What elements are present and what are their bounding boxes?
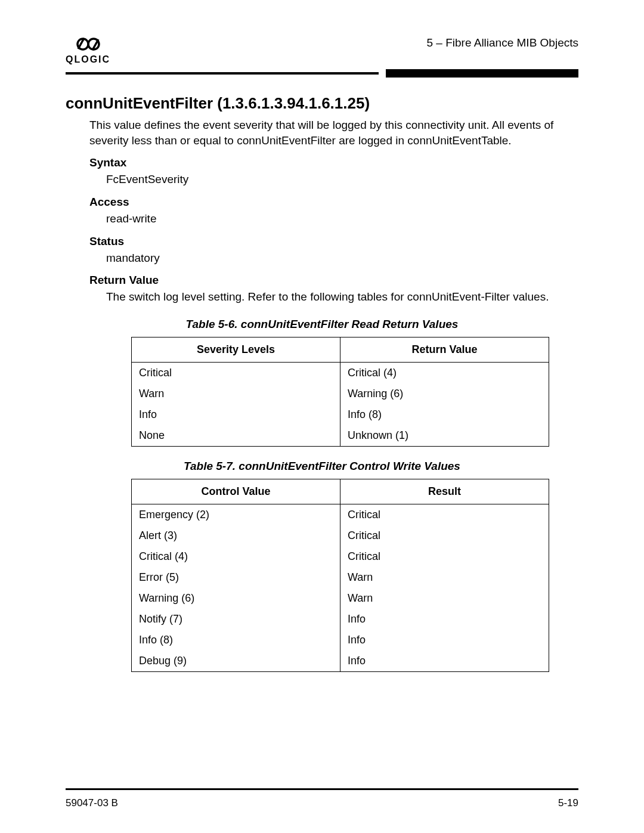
footer-rule	[66, 788, 578, 790]
field-label: Syntax	[89, 156, 578, 169]
field-access: Access read-write	[66, 196, 578, 227]
field-return-value: Return Value The switch log level settin…	[66, 274, 578, 305]
table-control-write-values: Control Value Result Emergency (2)Critic…	[131, 479, 549, 672]
table-row: Alert (3)Critical	[132, 525, 549, 546]
field-status: Status mandatory	[66, 235, 578, 266]
table-header: Control Value	[132, 479, 340, 504]
table-caption: Table 5-7. connUnitEventFilter Control W…	[66, 460, 578, 473]
table-caption: Table 5-6. connUnitEventFilter Read Retu…	[66, 318, 578, 331]
table-row: CriticalCritical (4)	[132, 362, 549, 383]
header-context: 5 – Fibre Alliance MIB Objects	[427, 33, 579, 49]
table-row: Notify (7)Info	[132, 609, 549, 630]
table-header: Return Value	[340, 337, 549, 362]
logo: QLOGIC	[66, 33, 110, 65]
field-value: FcEventSeverity	[106, 172, 578, 187]
table-row: Critical (4)Critical	[132, 546, 549, 567]
header-rule	[66, 72, 578, 78]
main-content: connUnitEventFilter (1.3.6.1.3.94.1.6.1.…	[66, 78, 578, 672]
field-label: Status	[89, 235, 578, 248]
field-value: mandatory	[106, 250, 578, 266]
table-row: Debug (9)Info	[132, 651, 549, 672]
logo-text: QLOGIC	[66, 54, 110, 65]
field-value: read-write	[106, 211, 578, 227]
section-description: This value defines the event severity th…	[89, 117, 572, 148]
table-row: Error (5)Warn	[132, 567, 549, 588]
table-row: Info (8)Info	[132, 630, 549, 651]
table-row: NoneUnknown (1)	[132, 425, 549, 447]
table-row: WarnWarning (6)	[132, 383, 549, 404]
qlogic-logo-icon	[76, 36, 101, 55]
field-value: The switch log level setting. Refer to t…	[106, 289, 578, 305]
page-header: QLOGIC 5 – Fibre Alliance MIB Objects	[66, 33, 578, 70]
field-label: Access	[89, 196, 578, 209]
table-read-return-values: Severity Levels Return Value CriticalCri…	[131, 337, 549, 447]
table-header: Severity Levels	[132, 337, 340, 362]
doc-id: 59047-03 B	[66, 797, 118, 809]
field-label: Return Value	[89, 274, 578, 287]
table-row: InfoInfo (8)	[132, 404, 549, 425]
page-number: 5-19	[558, 797, 578, 809]
section-heading: connUnitEventFilter (1.3.6.1.3.94.1.6.1.…	[66, 94, 578, 113]
table-row: Emergency (2)Critical	[132, 504, 549, 525]
table-header: Result	[340, 479, 549, 504]
field-syntax: Syntax FcEventSeverity	[66, 156, 578, 187]
page-footer: 59047-03 B 5-19	[66, 788, 578, 809]
table-row: Warning (6)Warn	[132, 588, 549, 609]
